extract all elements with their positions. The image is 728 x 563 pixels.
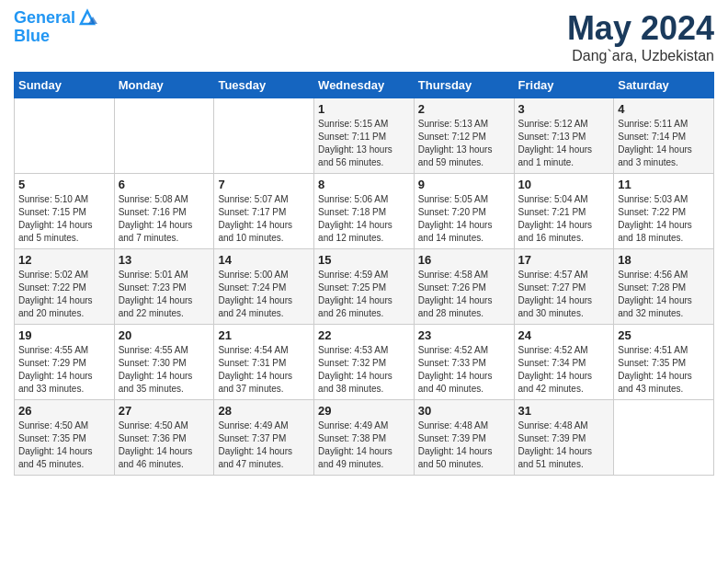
day-cell: 31Sunrise: 4:48 AM Sunset: 7:39 PM Dayli… xyxy=(514,400,614,476)
day-number: 16 xyxy=(418,253,510,267)
week-row-4: 19Sunrise: 4:55 AM Sunset: 7:29 PM Dayli… xyxy=(15,325,714,400)
day-number: 17 xyxy=(518,253,610,267)
day-info: Sunrise: 4:58 AM Sunset: 7:26 PM Dayligh… xyxy=(418,269,510,320)
day-info: Sunrise: 4:52 AM Sunset: 7:34 PM Dayligh… xyxy=(518,344,610,396)
day-cell: 16Sunrise: 4:58 AM Sunset: 7:26 PM Dayli… xyxy=(414,249,514,325)
day-number: 24 xyxy=(518,328,610,342)
day-cell xyxy=(114,98,214,174)
day-number: 13 xyxy=(119,253,210,267)
day-cell: 5Sunrise: 5:10 AM Sunset: 7:15 PM Daylig… xyxy=(15,174,115,249)
week-row-3: 12Sunrise: 5:02 AM Sunset: 7:22 PM Dayli… xyxy=(15,249,714,325)
day-number: 15 xyxy=(318,253,410,267)
day-cell: 28Sunrise: 4:49 AM Sunset: 7:37 PM Dayli… xyxy=(214,400,314,476)
day-info: Sunrise: 5:04 AM Sunset: 7:21 PM Dayligh… xyxy=(518,193,610,245)
day-number: 11 xyxy=(618,178,710,191)
logo-text: General xyxy=(14,9,75,28)
day-number: 23 xyxy=(418,328,510,342)
day-info: Sunrise: 4:48 AM Sunset: 7:39 PM Dayligh… xyxy=(418,419,510,471)
day-cell: 23Sunrise: 4:52 AM Sunset: 7:33 PM Dayli… xyxy=(414,325,514,400)
day-number: 1 xyxy=(318,102,410,116)
day-info: Sunrise: 4:49 AM Sunset: 7:38 PM Dayligh… xyxy=(318,419,410,471)
day-cell: 30Sunrise: 4:48 AM Sunset: 7:39 PM Dayli… xyxy=(414,400,514,476)
day-info: Sunrise: 4:55 AM Sunset: 7:30 PM Dayligh… xyxy=(119,344,210,396)
header: General Blue May 2024 Dang`ara, Uzbekist… xyxy=(14,9,714,64)
weekday-header-thursday: Thursday xyxy=(414,73,514,98)
day-info: Sunrise: 5:10 AM Sunset: 7:15 PM Dayligh… xyxy=(18,193,110,245)
day-cell: 15Sunrise: 4:59 AM Sunset: 7:25 PM Dayli… xyxy=(314,249,415,325)
week-row-1: 1Sunrise: 5:15 AM Sunset: 7:11 PM Daylig… xyxy=(15,98,714,174)
day-number: 7 xyxy=(218,178,310,191)
day-cell: 9Sunrise: 5:05 AM Sunset: 7:20 PM Daylig… xyxy=(414,174,514,249)
day-number: 20 xyxy=(119,328,210,342)
day-info: Sunrise: 5:00 AM Sunset: 7:24 PM Dayligh… xyxy=(218,269,310,320)
day-number: 5 xyxy=(18,178,110,191)
day-number: 27 xyxy=(119,404,210,418)
day-info: Sunrise: 4:50 AM Sunset: 7:36 PM Dayligh… xyxy=(119,419,210,471)
logo-icon xyxy=(77,7,97,28)
day-info: Sunrise: 4:52 AM Sunset: 7:33 PM Dayligh… xyxy=(418,344,510,396)
day-info: Sunrise: 4:51 AM Sunset: 7:35 PM Dayligh… xyxy=(618,344,710,396)
day-info: Sunrise: 4:50 AM Sunset: 7:35 PM Dayligh… xyxy=(18,419,110,471)
day-info: Sunrise: 5:06 AM Sunset: 7:18 PM Dayligh… xyxy=(318,193,410,245)
week-row-5: 26Sunrise: 4:50 AM Sunset: 7:35 PM Dayli… xyxy=(15,400,714,476)
day-cell: 18Sunrise: 4:56 AM Sunset: 7:28 PM Dayli… xyxy=(614,249,714,325)
day-info: Sunrise: 4:57 AM Sunset: 7:27 PM Dayligh… xyxy=(518,269,610,320)
day-number: 18 xyxy=(618,253,710,267)
calendar-page: General Blue May 2024 Dang`ara, Uzbekist… xyxy=(0,0,728,485)
weekday-header-tuesday: Tuesday xyxy=(214,73,314,98)
day-cell: 17Sunrise: 4:57 AM Sunset: 7:27 PM Dayli… xyxy=(514,249,614,325)
title-block: May 2024 Dang`ara, Uzbekistan xyxy=(567,9,714,64)
day-cell: 13Sunrise: 5:01 AM Sunset: 7:23 PM Dayli… xyxy=(114,249,214,325)
day-cell: 10Sunrise: 5:04 AM Sunset: 7:21 PM Dayli… xyxy=(514,174,614,249)
day-info: Sunrise: 5:03 AM Sunset: 7:22 PM Dayligh… xyxy=(618,193,710,245)
day-cell: 4Sunrise: 5:11 AM Sunset: 7:14 PM Daylig… xyxy=(614,98,714,174)
day-cell: 22Sunrise: 4:53 AM Sunset: 7:32 PM Dayli… xyxy=(314,325,415,400)
day-info: Sunrise: 5:07 AM Sunset: 7:17 PM Dayligh… xyxy=(218,193,310,245)
day-info: Sunrise: 4:55 AM Sunset: 7:29 PM Dayligh… xyxy=(18,344,110,396)
day-number: 12 xyxy=(18,253,110,267)
logo: General Blue xyxy=(14,9,97,46)
location: Dang`ara, Uzbekistan xyxy=(567,48,714,64)
weekday-header-monday: Monday xyxy=(114,73,214,98)
day-cell: 26Sunrise: 4:50 AM Sunset: 7:35 PM Dayli… xyxy=(15,400,115,476)
day-cell: 1Sunrise: 5:15 AM Sunset: 7:11 PM Daylig… xyxy=(314,98,415,174)
day-number: 10 xyxy=(518,178,610,191)
day-info: Sunrise: 4:49 AM Sunset: 7:37 PM Dayligh… xyxy=(218,419,310,471)
day-number: 3 xyxy=(518,102,610,116)
day-cell: 7Sunrise: 5:07 AM Sunset: 7:17 PM Daylig… xyxy=(214,174,314,249)
day-info: Sunrise: 4:56 AM Sunset: 7:28 PM Dayligh… xyxy=(618,269,710,320)
day-cell xyxy=(214,98,314,174)
day-cell: 24Sunrise: 4:52 AM Sunset: 7:34 PM Dayli… xyxy=(514,325,614,400)
day-cell: 27Sunrise: 4:50 AM Sunset: 7:36 PM Dayli… xyxy=(114,400,214,476)
day-info: Sunrise: 4:59 AM Sunset: 7:25 PM Dayligh… xyxy=(318,269,410,320)
day-cell: 14Sunrise: 5:00 AM Sunset: 7:24 PM Dayli… xyxy=(214,249,314,325)
day-info: Sunrise: 5:05 AM Sunset: 7:20 PM Dayligh… xyxy=(418,193,510,245)
day-cell: 8Sunrise: 5:06 AM Sunset: 7:18 PM Daylig… xyxy=(314,174,415,249)
day-number: 25 xyxy=(618,328,710,342)
day-info: Sunrise: 5:12 AM Sunset: 7:13 PM Dayligh… xyxy=(518,118,610,169)
day-cell: 21Sunrise: 4:54 AM Sunset: 7:31 PM Dayli… xyxy=(214,325,314,400)
day-number: 9 xyxy=(418,178,510,191)
day-info: Sunrise: 4:54 AM Sunset: 7:31 PM Dayligh… xyxy=(218,344,310,396)
day-cell: 3Sunrise: 5:12 AM Sunset: 7:13 PM Daylig… xyxy=(514,98,614,174)
day-number: 26 xyxy=(18,404,110,418)
day-info: Sunrise: 4:53 AM Sunset: 7:32 PM Dayligh… xyxy=(318,344,410,396)
day-number: 6 xyxy=(119,178,210,191)
weekday-header-sunday: Sunday xyxy=(15,73,115,98)
weekday-header-row: SundayMondayTuesdayWednesdayThursdayFrid… xyxy=(15,73,714,98)
day-cell: 29Sunrise: 4:49 AM Sunset: 7:38 PM Dayli… xyxy=(314,400,415,476)
weekday-header-friday: Friday xyxy=(514,73,614,98)
day-info: Sunrise: 5:15 AM Sunset: 7:11 PM Dayligh… xyxy=(318,118,410,169)
day-number: 31 xyxy=(518,404,610,418)
day-cell: 6Sunrise: 5:08 AM Sunset: 7:16 PM Daylig… xyxy=(114,174,214,249)
weekday-header-saturday: Saturday xyxy=(614,73,714,98)
day-number: 21 xyxy=(218,328,310,342)
day-number: 14 xyxy=(218,253,310,267)
day-info: Sunrise: 5:11 AM Sunset: 7:14 PM Dayligh… xyxy=(618,118,710,169)
day-number: 19 xyxy=(18,328,110,342)
weekday-header-wednesday: Wednesday xyxy=(314,73,415,98)
day-number: 22 xyxy=(318,328,410,342)
day-info: Sunrise: 5:08 AM Sunset: 7:16 PM Dayligh… xyxy=(119,193,210,245)
day-number: 29 xyxy=(318,404,410,418)
day-info: Sunrise: 5:01 AM Sunset: 7:23 PM Dayligh… xyxy=(119,269,210,320)
